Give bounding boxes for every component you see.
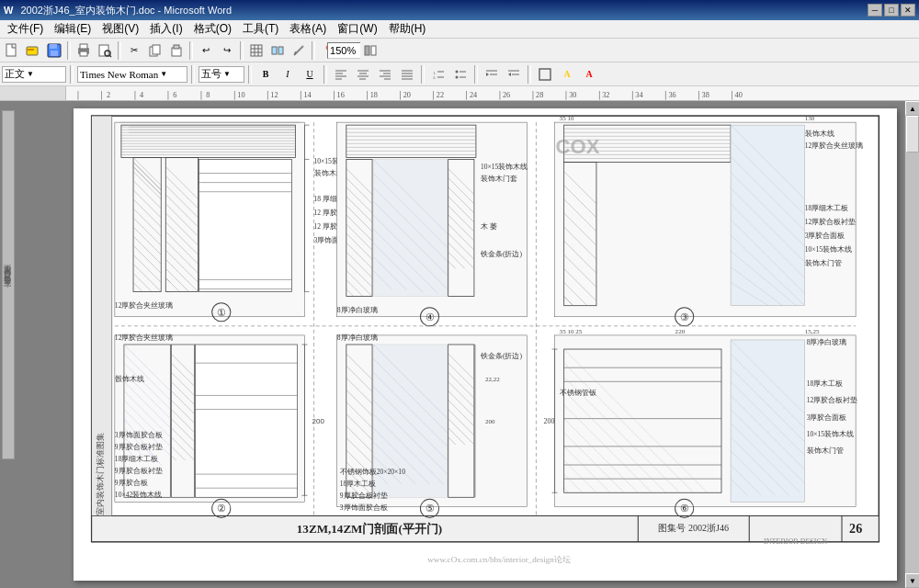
menu-window[interactable]: 窗口(W) bbox=[332, 20, 382, 38]
toolbar-standard: ✂ ↩ ↪ 📍 ▼ bbox=[0, 39, 919, 62]
align-center-button[interactable] bbox=[353, 64, 373, 85]
menu-view[interactable]: 视图(V) bbox=[96, 20, 144, 38]
outside-border-button[interactable] bbox=[535, 64, 555, 85]
svg-marker-56 bbox=[508, 73, 511, 76]
align-justify-button[interactable] bbox=[397, 64, 417, 85]
menu-help[interactable]: 帮助(H) bbox=[383, 20, 432, 38]
svg-text:装饰木门套: 装饰木门套 bbox=[481, 175, 517, 183]
svg-text:9厚胶合板衬垫: 9厚胶合板衬垫 bbox=[115, 467, 163, 475]
sep8 bbox=[248, 65, 252, 84]
document-map-button[interactable] bbox=[360, 40, 380, 61]
svg-rect-0 bbox=[6, 44, 16, 56]
align-left-button[interactable] bbox=[331, 64, 351, 85]
sep2 bbox=[118, 41, 121, 60]
undo-button[interactable]: ↩ bbox=[196, 40, 216, 61]
svg-text:12厚胶合夹丝玻璃: 12厚胶合夹丝玻璃 bbox=[805, 141, 864, 150]
svg-rect-232 bbox=[373, 159, 448, 296]
style-dropdown[interactable]: 正文 ▼ bbox=[2, 66, 66, 83]
svg-text:18厚细木工板: 18厚细木工板 bbox=[805, 204, 849, 212]
left-margin-area: 室内装饰木门标准图集 bbox=[0, 101, 66, 588]
sep12 bbox=[528, 65, 531, 84]
svg-text:②: ② bbox=[217, 503, 226, 514]
underline-button[interactable]: U bbox=[300, 64, 320, 85]
zoom-percent[interactable]: ▼ bbox=[339, 40, 359, 61]
svg-text:│34: │34 bbox=[630, 90, 643, 100]
svg-text:9厚胶合板衬垫: 9厚胶合板衬垫 bbox=[340, 492, 388, 500]
svg-text:│20: │20 bbox=[398, 90, 411, 100]
svg-text:10×42装饰木线: 10×42装饰木线 bbox=[115, 491, 162, 499]
svg-point-48 bbox=[456, 75, 459, 78]
svg-text:2.: 2. bbox=[433, 75, 437, 80]
vertical-scrollbar[interactable]: ▲ ▼ bbox=[904, 101, 919, 588]
svg-text:10×15装饰木线: 10×15装饰木线 bbox=[481, 163, 528, 171]
highlight-button[interactable]: A bbox=[557, 64, 577, 85]
copy-button[interactable] bbox=[145, 40, 165, 61]
bullets-button[interactable] bbox=[450, 64, 471, 85]
align-right-button[interactable] bbox=[375, 64, 395, 85]
menu-table[interactable]: 表格(A) bbox=[284, 20, 332, 38]
font-dropdown[interactable]: Times New Roman ▼ bbox=[77, 66, 187, 83]
size-dropdown[interactable]: 五号 ▼ bbox=[199, 66, 244, 83]
svg-text:⑥: ⑥ bbox=[680, 503, 689, 514]
svg-line-11 bbox=[109, 55, 111, 57]
menu-tools[interactable]: 工具(T) bbox=[237, 20, 284, 38]
menu-edit[interactable]: 编辑(E) bbox=[49, 20, 96, 38]
svg-text:铁金条(折边): 铁金条(折边) bbox=[480, 352, 523, 360]
italic-button[interactable]: I bbox=[278, 64, 298, 85]
svg-marker-53 bbox=[486, 73, 489, 76]
insert-columns-button[interactable] bbox=[267, 40, 288, 61]
svg-text:200: 200 bbox=[543, 417, 554, 425]
svg-text:10×15装饰木线: 10×15装饰木线 bbox=[807, 430, 854, 438]
title-bar: W 2002浙J46_室内装饰木门.doc - Microsoft Word ─… bbox=[0, 0, 919, 20]
paste-button[interactable] bbox=[166, 40, 187, 61]
minimize-button[interactable]: ─ bbox=[868, 4, 882, 17]
scroll-track[interactable] bbox=[905, 116, 919, 573]
ruler: │ │ 2 │ 4 │ 6 │ 8 │10 │12 │14 │16 │18 │2… bbox=[0, 86, 919, 101]
svg-text:3厚饰面胶合板: 3厚饰面胶合板 bbox=[115, 431, 163, 439]
save-button[interactable] bbox=[44, 40, 64, 61]
svg-text:│ 6: │ 6 bbox=[165, 90, 176, 100]
zoom-input[interactable] bbox=[327, 42, 364, 59]
close-button[interactable]: ✕ bbox=[901, 4, 915, 17]
print-button[interactable] bbox=[74, 40, 94, 61]
svg-text:8厚净白玻璃: 8厚净白玻璃 bbox=[337, 334, 378, 342]
svg-rect-147 bbox=[199, 159, 292, 291]
svg-rect-16 bbox=[251, 45, 262, 56]
menu-insert[interactable]: 插入(I) bbox=[144, 20, 187, 38]
decrease-indent-button[interactable] bbox=[482, 64, 502, 85]
svg-text:室内装饰木门标准图集: 室内装饰木门标准图集 bbox=[96, 433, 105, 515]
sep7 bbox=[191, 65, 195, 84]
open-button[interactable] bbox=[23, 40, 43, 61]
svg-text:│10: │10 bbox=[232, 90, 244, 100]
increase-indent-button[interactable] bbox=[504, 64, 524, 85]
scroll-up-button[interactable]: ▲ bbox=[905, 101, 919, 116]
scroll-thumb[interactable] bbox=[906, 116, 919, 153]
svg-text:│18: │18 bbox=[365, 90, 378, 100]
sep10 bbox=[421, 65, 425, 84]
numbering-button[interactable]: 1.2. bbox=[428, 64, 448, 85]
svg-rect-83 bbox=[92, 515, 879, 541]
scroll-down-button[interactable]: ▼ bbox=[905, 573, 919, 588]
svg-text:130: 130 bbox=[805, 115, 815, 122]
drawing-button[interactable] bbox=[289, 40, 309, 61]
menu-format[interactable]: 格式(O) bbox=[188, 20, 237, 38]
toolbar-formatting: 正文 ▼ Times New Roman ▼ 五号 ▼ B I U 1.2. bbox=[0, 62, 919, 86]
svg-text:①: ① bbox=[217, 307, 226, 318]
svg-text:图集号 2002浙J46: 图集号 2002浙J46 bbox=[658, 523, 729, 533]
cut-button[interactable]: ✂ bbox=[124, 40, 144, 61]
svg-text:⑤: ⑤ bbox=[425, 503, 435, 514]
maximize-button[interactable]: □ bbox=[884, 4, 899, 17]
redo-button[interactable]: ↪ bbox=[217, 40, 237, 61]
svg-text:18厚细木工板: 18厚细木工板 bbox=[115, 455, 159, 463]
printpreview-button[interactable] bbox=[95, 40, 115, 61]
bold-button[interactable]: B bbox=[255, 64, 276, 85]
svg-text:12厚胶合板衬垫: 12厚胶合板衬垫 bbox=[805, 218, 857, 226]
font-arrow: ▼ bbox=[160, 70, 167, 78]
menu-file[interactable]: 文件(F) bbox=[2, 20, 49, 38]
insert-table-button[interactable] bbox=[246, 40, 267, 61]
new-button[interactable] bbox=[2, 40, 22, 61]
svg-rect-5 bbox=[51, 51, 58, 56]
svg-text:www.cOx.com.cn/bbs/interior_de: www.cOx.com.cn/bbs/interior_design论坛 bbox=[427, 555, 571, 564]
font-color-button[interactable]: A bbox=[579, 64, 599, 85]
svg-rect-7 bbox=[80, 44, 87, 49]
